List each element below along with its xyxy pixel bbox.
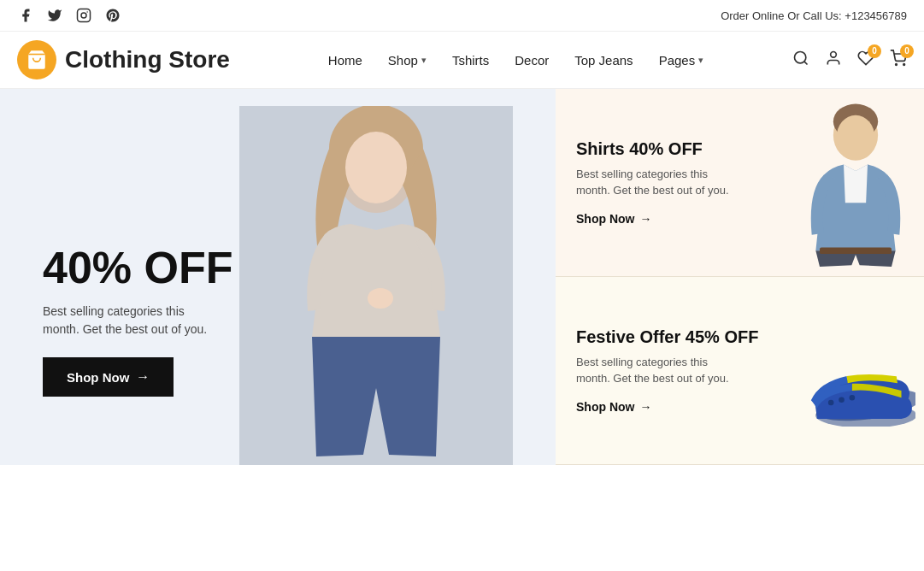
social-icons bbox=[17, 7, 121, 24]
hero-discount: 40% OFF bbox=[43, 244, 233, 292]
pages-chevron-icon: ▾ bbox=[698, 55, 703, 66]
main-content: 40% OFF Best selling categories this mon… bbox=[0, 89, 924, 465]
account-icon[interactable] bbox=[825, 50, 842, 71]
festive-promo-description: Best selling categories this month. Get … bbox=[576, 354, 730, 387]
svg-point-24 bbox=[850, 395, 856, 401]
search-icon[interactable] bbox=[792, 50, 809, 71]
svg-point-12 bbox=[368, 288, 393, 309]
shop-chevron-icon: ▾ bbox=[421, 55, 427, 66]
contact-text: Order Online Or Call Us: +123456789 bbox=[721, 9, 907, 22]
instagram-icon[interactable] bbox=[75, 7, 92, 24]
hero-shop-now-button[interactable]: Shop Now → bbox=[43, 357, 174, 397]
svg-point-8 bbox=[903, 63, 905, 65]
svg-point-6 bbox=[831, 51, 837, 57]
main-nav: Home Shop ▾ Tshirts Decor Top Jeans Page… bbox=[239, 53, 792, 68]
hero-woman-image bbox=[239, 106, 513, 465]
svg-point-23 bbox=[839, 397, 845, 403]
svg-line-5 bbox=[804, 61, 808, 64]
nav-home[interactable]: Home bbox=[328, 53, 362, 68]
wishlist-badge: 0 bbox=[868, 44, 881, 58]
shirts-shop-now-button[interactable]: Shop Now → bbox=[576, 212, 651, 226]
hero-text: 40% OFF Best selling categories this mon… bbox=[43, 244, 233, 397]
nav-pages[interactable]: Pages ▾ bbox=[659, 53, 704, 68]
right-panels: Shirts 40% OFF Best selling categories t… bbox=[556, 89, 924, 465]
cart-icon[interactable]: 0 bbox=[890, 50, 907, 71]
nav-shop[interactable]: Shop ▾ bbox=[388, 53, 427, 68]
logo[interactable]: Clothing Store bbox=[17, 40, 239, 79]
svg-rect-16 bbox=[820, 247, 892, 253]
festive-shop-now-button[interactable]: Shop Now → bbox=[576, 400, 651, 414]
logo-text: Clothing Store bbox=[65, 46, 230, 74]
festive-promo-card: Festive Offer 45% OFF Best selling categ… bbox=[556, 277, 924, 465]
shirts-promo-description: Best selling categories this month. Get … bbox=[576, 166, 730, 199]
svg-point-4 bbox=[795, 51, 806, 62]
shirts-promo-card: Shirts 40% OFF Best selling categories t… bbox=[556, 89, 924, 277]
hero-arrow-icon: → bbox=[136, 369, 150, 385]
facebook-icon[interactable] bbox=[17, 7, 34, 24]
pinterest-icon[interactable] bbox=[104, 7, 121, 24]
hero-panel: 40% OFF Best selling categories this mon… bbox=[0, 89, 556, 465]
top-bar: Order Online Or Call Us: +123456789 bbox=[0, 0, 924, 32]
svg-point-2 bbox=[86, 11, 88, 13]
shirts-arrow-icon: → bbox=[639, 212, 651, 226]
svg-point-22 bbox=[828, 399, 834, 405]
svg-point-7 bbox=[896, 63, 898, 65]
cart-badge: 0 bbox=[900, 44, 914, 58]
svg-point-15 bbox=[837, 115, 875, 159]
logo-icon bbox=[17, 40, 56, 79]
nav-decor[interactable]: Decor bbox=[515, 53, 549, 68]
nav-tshirts[interactable]: Tshirts bbox=[452, 53, 489, 68]
shirts-promo-image bbox=[796, 123, 915, 243]
festive-arrow-icon: → bbox=[639, 400, 651, 414]
festive-promo-image bbox=[796, 311, 915, 431]
header-actions: 0 0 bbox=[792, 50, 907, 71]
twitter-icon[interactable] bbox=[46, 7, 63, 24]
wishlist-icon[interactable]: 0 bbox=[857, 50, 874, 71]
hero-description: Best selling categories this month. Get … bbox=[43, 303, 214, 338]
svg-point-11 bbox=[345, 132, 407, 203]
svg-point-1 bbox=[81, 13, 86, 18]
nav-top-jeans[interactable]: Top Jeans bbox=[574, 53, 633, 68]
svg-rect-0 bbox=[78, 9, 91, 22]
header: Clothing Store Home Shop ▾ Tshirts Decor… bbox=[0, 32, 924, 89]
